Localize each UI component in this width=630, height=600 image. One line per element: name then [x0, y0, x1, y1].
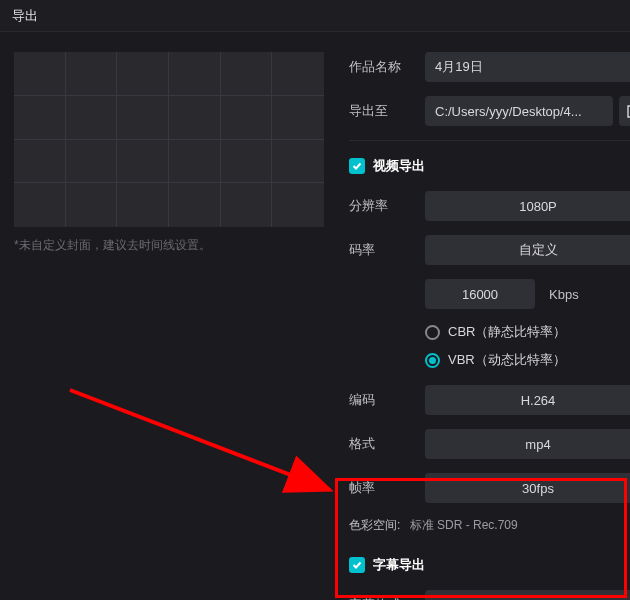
cbr-label: CBR（静态比特率） [448, 323, 566, 341]
row-path: 导出至 [349, 96, 630, 126]
left-pane: *未自定义封面，建议去时间线设置。 [0, 32, 335, 600]
label-encoding: 编码 [349, 391, 425, 409]
subtitle-section-header: 字幕导出 [349, 556, 630, 574]
name-input[interactable] [425, 52, 630, 82]
radio-vbr[interactable] [425, 353, 440, 368]
resolution-select[interactable]: 1080P [425, 191, 630, 221]
fps-value: 30fps [522, 481, 554, 496]
video-section-title: 视频导出 [373, 157, 425, 175]
encoding-value: H.264 [521, 393, 556, 408]
format-select[interactable]: mp4 [425, 429, 630, 459]
right-pane: 作品名称 导出至 视频导出 分辨率 1080P [335, 32, 630, 600]
video-section-header: 视频导出 [349, 157, 630, 175]
row-subtitle-format: 字幕格式 SRT [349, 590, 630, 600]
format-value: mp4 [525, 437, 550, 452]
titlebar: 导出 [0, 0, 630, 32]
label-format: 格式 [349, 435, 425, 453]
label-name: 作品名称 [349, 58, 425, 76]
preview-thumbnail[interactable] [14, 52, 324, 227]
preview-note: *未自定义封面，建议去时间线设置。 [14, 237, 321, 254]
colorspace-info: 色彩空间: 标准 SDR - Rec.709 [349, 517, 630, 534]
path-input[interactable] [425, 96, 613, 126]
row-bitrate: 码率 自定义 [349, 235, 630, 265]
encoding-select[interactable]: H.264 [425, 385, 630, 415]
row-resolution: 分辨率 1080P [349, 191, 630, 221]
subtitle-export-checkbox[interactable] [349, 557, 365, 573]
window-title: 导出 [12, 7, 38, 25]
divider [349, 140, 630, 141]
bitrate-number-input[interactable] [425, 279, 535, 309]
colorspace-value: 标准 SDR - Rec.709 [410, 518, 518, 532]
content: *未自定义封面，建议去时间线设置。 作品名称 导出至 视频导出 分辨率 [0, 32, 630, 600]
video-export-checkbox[interactable] [349, 158, 365, 174]
radio-vbr-row[interactable]: VBR（动态比特率） [425, 351, 630, 369]
label-path: 导出至 [349, 102, 425, 120]
label-bitrate: 码率 [349, 241, 425, 259]
browse-folder-button[interactable] [619, 96, 630, 126]
colorspace-label: 色彩空间: [349, 518, 400, 532]
bitrate-value: 自定义 [519, 241, 558, 259]
bitrate-select[interactable]: 自定义 [425, 235, 630, 265]
subtitle-section-title: 字幕导出 [373, 556, 425, 574]
fps-select[interactable]: 30fps [425, 473, 630, 503]
label-fps: 帧率 [349, 479, 425, 497]
row-name: 作品名称 [349, 52, 630, 82]
label-subtitle-format: 字幕格式 [349, 596, 425, 600]
row-bitrate-num: Kbps [349, 279, 630, 309]
resolution-value: 1080P [519, 199, 557, 214]
radio-cbr-row[interactable]: CBR（静态比特率） [425, 323, 630, 341]
row-encoding: 编码 H.264 [349, 385, 630, 415]
row-fps: 帧率 30fps [349, 473, 630, 503]
row-format: 格式 mp4 [349, 429, 630, 459]
bitrate-unit: Kbps [549, 287, 579, 302]
vbr-label: VBR（动态比特率） [448, 351, 566, 369]
radio-cbr[interactable] [425, 325, 440, 340]
label-resolution: 分辨率 [349, 197, 425, 215]
subtitle-format-select[interactable]: SRT [425, 590, 630, 600]
